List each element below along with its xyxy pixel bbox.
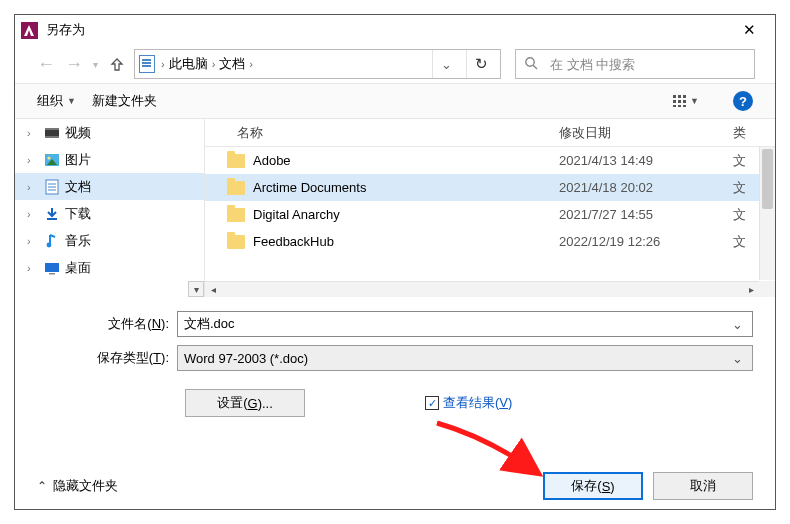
tree-item-download[interactable]: ›下载 [15,200,204,227]
organize-button[interactable]: 组织 ▼ [37,92,76,110]
list-row[interactable]: Digital Anarchy2021/7/27 14:55文 [205,201,775,228]
download-icon [43,206,61,222]
file-date: 2021/4/18 20:02 [559,180,733,195]
tree-item-label: 音乐 [65,232,91,250]
tree-item-label: 文档 [65,178,91,196]
view-mode-button[interactable]: ▼ [663,89,709,113]
column-date[interactable]: 修改日期 [559,124,733,142]
chevron-down-icon[interactable]: ⌄ [728,317,746,332]
file-date: 2021/7/27 14:55 [559,207,733,222]
svg-marker-0 [24,25,34,36]
scroll-left-button[interactable]: ◂ [205,282,221,298]
breadcrumb-folder[interactable]: 文档 [219,55,245,73]
folder-icon [227,154,245,168]
address-dropdown-icon[interactable]: ⌄ [432,50,460,78]
scroll-right-button[interactable]: ▸ [743,282,759,298]
file-list-pane: 名称 修改日期 类 Adobe2021/4/13 14:49文Arctime D… [205,119,775,297]
column-name[interactable]: 名称 [227,124,559,142]
help-button[interactable]: ? [733,91,753,111]
vertical-scrollbar[interactable] [759,147,775,280]
address-bar[interactable]: › 此电脑 › 文档 › ⌄ ↻ [134,49,501,79]
savetype-dropdown[interactable]: Word 97-2003 (*.doc) ⌄ [177,345,753,371]
tree-item-label: 下载 [65,205,91,223]
folder-icon [227,181,245,195]
hide-folders-toggle[interactable]: ⌃ 隐藏文件夹 [37,477,118,495]
file-date: 2022/12/19 12:26 [559,234,733,249]
chevron-icon: ⌃ [37,479,47,493]
music-icon [43,233,61,249]
fields-area: 文件名(N): 文档.doc ⌄ 保存类型(T): Word 97-2003 (… [15,297,775,383]
svg-point-1 [526,57,534,65]
tree-item-label: 桌面 [65,259,91,277]
dialog-footer: ⌃ 隐藏文件夹 保存(S) 取消 [15,463,775,509]
scrollbar-thumb[interactable] [762,149,773,209]
options-row: 设置(G)... ✓ 查看结果(V) [15,383,775,417]
expander-icon[interactable]: › [27,181,39,193]
file-name: Adobe [253,153,559,168]
save-button[interactable]: 保存(S) [543,472,643,500]
list-row[interactable]: Adobe2021/4/13 14:49文 [205,147,775,174]
save-as-dialog: 另存为 ✕ ← → ▾ › 此电脑 › 文档 › ⌄ ↻ [14,14,776,510]
tree-item-video[interactable]: ›视频 [15,119,204,146]
hide-folders-label: 隐藏文件夹 [53,477,118,495]
svg-rect-4 [45,128,59,130]
file-name: Digital Anarchy [253,207,559,222]
back-button[interactable]: ← [35,50,57,78]
picture-icon [43,152,61,168]
folder-tree[interactable]: ›视频›图片›文档›下载›音乐›桌面▾ [15,119,205,297]
expander-icon[interactable]: › [27,208,39,220]
forward-button[interactable]: → [63,50,85,78]
horizontal-scrollbar[interactable]: ◂ ▸ [205,281,759,297]
expander-icon[interactable]: › [27,235,39,247]
filename-label: 文件名(N): [37,315,177,333]
tree-scroll-down-button[interactable]: ▾ [188,281,204,297]
folder-icon [227,235,245,249]
tree-item-music[interactable]: ›音乐 [15,227,204,254]
breadcrumb-root[interactable]: 此电脑 [169,55,208,73]
file-type: 文 [733,179,759,197]
search-icon [524,56,540,73]
breadcrumb-sep-icon: › [161,58,165,70]
refresh-button[interactable]: ↻ [466,50,496,78]
title-bar: 另存为 ✕ [15,15,775,45]
search-input[interactable] [548,56,746,73]
view-result-checkbox[interactable]: ✓ 查看结果(V) [425,394,512,412]
filename-input[interactable]: 文档.doc ⌄ [177,311,753,337]
tree-item-desktop[interactable]: ›桌面 [15,254,204,281]
history-dropdown-icon[interactable]: ▾ [91,59,100,70]
filename-value: 文档.doc [184,315,728,333]
file-name: FeedbackHub [253,234,559,249]
close-button[interactable]: ✕ [729,16,769,44]
expander-icon[interactable]: › [27,127,39,139]
expander-icon[interactable]: › [27,262,39,274]
svg-rect-16 [49,273,55,275]
chevron-down-icon[interactable]: ⌄ [728,351,746,366]
file-type: 文 [733,206,759,224]
tree-item-label: 图片 [65,151,91,169]
list-row[interactable]: FeedbackHub2022/12/19 12:26文 [205,228,775,255]
navigation-row: ← → ▾ › 此电脑 › 文档 › ⌄ ↻ [15,45,775,83]
list-row[interactable]: Arctime Documents2021/4/18 20:02文 [205,174,775,201]
breadcrumb-sep-icon: › [212,58,216,70]
breadcrumb-sep-icon: › [249,58,253,70]
settings-button[interactable]: 设置(G)... [185,389,305,417]
file-type: 文 [733,233,759,251]
column-headers[interactable]: 名称 修改日期 类 [205,119,775,147]
video-icon [43,125,61,141]
document-icon [43,179,61,195]
expander-icon[interactable]: › [27,154,39,166]
column-type[interactable]: 类 [733,124,759,142]
new-folder-button[interactable]: 新建文件夹 [92,92,157,110]
folder-icon [227,208,245,222]
file-date: 2021/4/13 14:49 [559,153,733,168]
chevron-down-icon: ▼ [690,96,699,106]
tree-item-document[interactable]: ›文档 [15,173,204,200]
tree-item-picture[interactable]: ›图片 [15,146,204,173]
search-box[interactable] [515,49,755,79]
file-list[interactable]: Adobe2021/4/13 14:49文Arctime Documents20… [205,147,775,297]
chevron-down-icon: ▼ [67,96,76,106]
cancel-button[interactable]: 取消 [653,472,753,500]
organize-label: 组织 [37,92,63,110]
up-button[interactable] [106,50,128,78]
new-folder-label: 新建文件夹 [92,92,157,110]
